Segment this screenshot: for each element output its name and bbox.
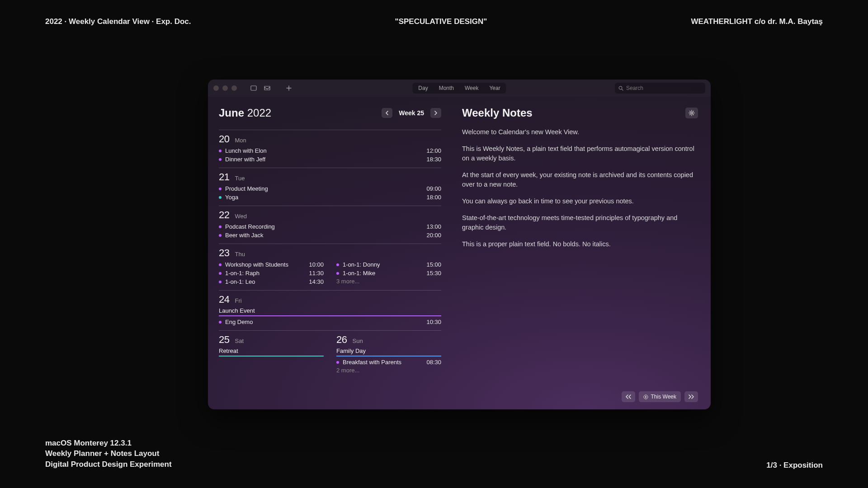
day-block: 22 Wed Podcast Recording 13:00 Beer with… bbox=[219, 209, 441, 239]
month-title: June 2022 bbox=[219, 107, 271, 119]
event-title: Breakfast with Parents bbox=[343, 358, 401, 366]
day-block: 20 Mon Lunch with Elon 12:00 Dinner with… bbox=[219, 133, 441, 164]
day-of-week: Fri bbox=[235, 297, 241, 304]
allday-event[interactable]: Launch Event bbox=[219, 307, 441, 316]
frame-header-center: "SPECULATIVE DESIGN" bbox=[395, 17, 487, 26]
frame-footer-line-2: Weekly Planner + Notes Layout bbox=[45, 448, 172, 459]
day-number: 22 bbox=[219, 209, 229, 221]
day-column: 26 SunFamily Day Breakfast with Parents … bbox=[336, 334, 441, 375]
event-title: 1-on-1: Leo bbox=[225, 277, 255, 286]
event-time: 18:30 bbox=[426, 155, 441, 164]
notes-pane: Weekly Notes Welcome to Calendar's new W… bbox=[452, 97, 711, 409]
event-row[interactable]: Yoga 18:00 bbox=[219, 193, 441, 202]
day-separator bbox=[219, 244, 441, 244]
tab-day[interactable]: Day bbox=[413, 83, 433, 93]
event-row[interactable]: Workshop with Students 10:00 bbox=[219, 260, 324, 269]
search-icon bbox=[618, 86, 623, 91]
event-time: 08:30 bbox=[426, 358, 441, 366]
calendar-pane: June 2022 Week 25 20 Mon Lunch with Elon… bbox=[208, 97, 452, 409]
this-week-button[interactable]: This Week bbox=[639, 391, 681, 402]
day-block: 21 Tue Product Meeting 09:00 Yoga 18:00 bbox=[219, 171, 441, 202]
event-row[interactable]: 1-on-1: Raph 11:30 bbox=[219, 269, 324, 277]
day-of-week: Wed bbox=[235, 213, 247, 220]
event-time: 11:30 bbox=[309, 269, 324, 277]
tab-year[interactable]: Year bbox=[484, 83, 505, 93]
event-row[interactable]: Lunch with Elon 12:00 bbox=[219, 146, 441, 155]
day-number: 20 bbox=[219, 133, 229, 145]
frame-header-right: WEATHERLIGHT c/o dr. M.A. Baytaş bbox=[691, 17, 823, 26]
zoom-icon[interactable] bbox=[231, 85, 237, 91]
event-row[interactable]: 1-on-1: Leo 14:30 bbox=[219, 277, 324, 286]
allday-event[interactable]: Retreat bbox=[219, 347, 324, 357]
day-number: 23 bbox=[219, 247, 229, 259]
day-separator bbox=[219, 168, 441, 168]
event-row[interactable]: 1-on-1: Donny 15:00 bbox=[336, 260, 441, 269]
event-dot-icon bbox=[219, 281, 222, 283]
notes-paragraph: State-of-the-art technology meets time-t… bbox=[462, 213, 698, 232]
event-time: 13:00 bbox=[426, 222, 441, 231]
day-column: 20 Mon Lunch with Elon 12:00 Dinner with… bbox=[219, 133, 441, 164]
event-row[interactable]: Dinner with Jeff 18:30 bbox=[219, 155, 441, 164]
inbox-icon[interactable] bbox=[261, 83, 273, 93]
tab-week[interactable]: Week bbox=[459, 83, 484, 93]
notes-paragraph: You can always go back in time to see yo… bbox=[462, 197, 698, 206]
calendar-icon[interactable] bbox=[248, 83, 259, 93]
day-of-week: Sun bbox=[352, 338, 363, 344]
event-title: Workshop with Students bbox=[225, 260, 288, 269]
event-time: 18:00 bbox=[426, 193, 441, 202]
notes-text-field[interactable]: Welcome to Calendar's new Week View.This… bbox=[462, 127, 698, 249]
event-title: Yoga bbox=[225, 193, 238, 202]
day-of-week: Mon bbox=[235, 137, 246, 144]
tab-month[interactable]: Month bbox=[434, 83, 459, 93]
event-time: 10:30 bbox=[426, 318, 441, 326]
event-dot-icon bbox=[219, 272, 222, 275]
event-time: 15:30 bbox=[426, 269, 441, 277]
event-row[interactable]: Eng Demo 10:30 bbox=[219, 318, 441, 326]
day-of-week: Tue bbox=[235, 175, 245, 182]
day-number: 25 bbox=[219, 334, 229, 346]
event-time: 14:30 bbox=[309, 277, 324, 286]
notes-forward-button[interactable] bbox=[684, 391, 698, 402]
event-title: Lunch with Elon bbox=[225, 146, 267, 155]
allday-event[interactable]: Family Day bbox=[336, 347, 441, 357]
more-events-label[interactable]: 2 more... bbox=[336, 366, 441, 375]
next-week-button[interactable] bbox=[430, 108, 441, 118]
close-icon[interactable] bbox=[213, 85, 219, 91]
day-column: 24 FriLaunch Event Eng Demo 10:30 bbox=[219, 294, 441, 326]
search-box[interactable] bbox=[615, 83, 705, 94]
chevron-double-left-icon bbox=[625, 394, 632, 399]
day-column: 22 Wed Podcast Recording 13:00 Beer with… bbox=[219, 209, 441, 239]
event-dot-icon bbox=[219, 234, 222, 237]
event-title: 1-on-1: Donny bbox=[343, 260, 380, 269]
event-dot-icon bbox=[219, 263, 222, 266]
event-row[interactable]: Podcast Recording 13:00 bbox=[219, 222, 441, 231]
minimize-icon[interactable] bbox=[222, 85, 228, 91]
day-column: 21 Tue Product Meeting 09:00 Yoga 18:00 bbox=[219, 171, 441, 202]
event-row[interactable]: Breakfast with Parents 08:30 bbox=[336, 358, 441, 366]
svg-point-3 bbox=[691, 112, 693, 114]
event-row[interactable]: Beer with Jack 20:00 bbox=[219, 231, 441, 239]
event-dot-icon bbox=[336, 263, 339, 266]
event-row[interactable]: Product Meeting 09:00 bbox=[219, 184, 441, 193]
search-input[interactable] bbox=[626, 85, 702, 91]
notes-paragraph: This is Weekly Notes, a plain text field… bbox=[462, 144, 698, 163]
event-title: 1-on-1: Raph bbox=[225, 269, 259, 277]
week-nav: Week 25 bbox=[382, 108, 441, 118]
notes-rewind-button[interactable] bbox=[622, 391, 635, 402]
event-dot-icon bbox=[336, 361, 339, 364]
event-row[interactable]: 1-on-1: Mike 15:30 bbox=[336, 269, 441, 277]
more-events-label[interactable]: 3 more... bbox=[336, 277, 441, 286]
weekend-row: 25 SatRetreat 26 SunFamily Day Breakfast… bbox=[219, 334, 441, 375]
traffic-lights bbox=[213, 85, 237, 91]
event-title: Eng Demo bbox=[225, 318, 253, 326]
add-button[interactable] bbox=[283, 83, 295, 93]
svg-line-2 bbox=[622, 89, 623, 90]
event-title: Dinner with Jeff bbox=[225, 155, 265, 164]
day-column: 1-on-1: Donny 15:00 1-on-1: Mike 15:30 3… bbox=[336, 260, 441, 286]
event-time: 20:00 bbox=[426, 231, 441, 239]
settings-button[interactable] bbox=[685, 108, 698, 118]
prev-week-button[interactable] bbox=[382, 108, 392, 118]
day-separator bbox=[219, 290, 441, 291]
frame-footer-right: 1/3 · Exposition bbox=[766, 461, 823, 470]
event-dot-icon bbox=[219, 150, 222, 152]
